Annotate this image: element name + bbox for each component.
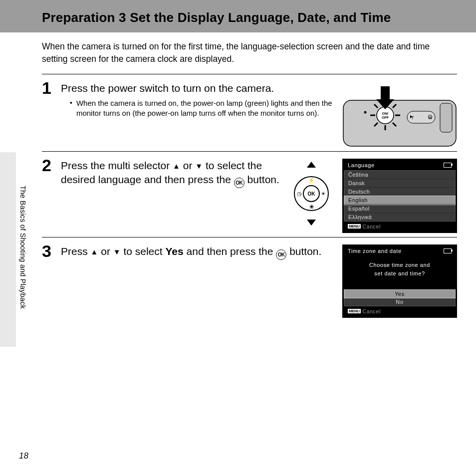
down-triangle-icon: ▼ [113,247,121,256]
step-2-title: Press the multi selector ▲ or ▼ to selec… [61,159,281,189]
step-2: 2 Press the multi selector ▲ or ▼ to sel… [42,157,457,233]
svg-point-17 [364,111,367,113]
step-1-bullet: When the camera is turned on, the power-… [76,98,336,119]
step-3: 3 Press ▲ or ▼ to select Yes and then pr… [42,242,457,318]
svg-text:☀: ☀ [321,191,326,197]
multi-selector-illustration: OK ⚡ ❀ ◷ ☀ [286,159,336,229]
cancel-label: Cancel [363,224,381,230]
menu-badge-icon: MENU [348,309,361,313]
svg-text:❀: ❀ [309,204,314,210]
lcd-title: Time zone and date [348,248,402,254]
language-screen: Language Čeština Dansk Deutsch English E… [342,159,457,233]
step-1: 1 Press the power switch to turn on the … [42,79,457,147]
yes-no-list: Yes No [344,289,456,306]
timezone-screen: Time zone and date Choose time zone and … [342,244,457,318]
battery-icon [444,248,452,253]
lang-option: Ελληνικά [344,213,455,221]
ok-button-icon: OK [276,249,286,260]
divider [42,151,457,152]
lang-option: Español [344,205,455,213]
lang-option: Dansk [344,179,455,188]
svg-rect-1 [440,103,452,132]
battery-icon [444,163,452,168]
divider [42,237,457,238]
lang-option-selected: English [344,196,455,205]
lcd-message: Choose time zone and set date and time? [343,256,457,289]
lang-option: Deutsch [344,188,455,196]
language-list: Čeština Dansk Deutsch English Español Ελ… [344,170,456,222]
svg-text:⚡: ⚡ [308,177,315,184]
svg-text:◷: ◷ [297,191,302,197]
step-number: 3 [42,242,54,259]
camera-top-illustration: T W ON/ OFF [342,81,457,147]
svg-text:OK: OK [308,191,316,197]
down-triangle-icon: ▼ [195,162,203,170]
svg-point-6 [377,107,394,124]
svg-text:ON/: ON/ [382,112,389,115]
step-3-title: Press ▲ or ▼ to select Yes and then pres… [61,244,336,260]
up-triangle-icon: ▲ [173,162,180,170]
svg-rect-16 [381,86,390,99]
title-bar: Preparation 3 Set the Display Language, … [0,0,476,32]
side-tab [0,152,16,347]
svg-text:OFF: OFF [382,116,389,119]
option-no: No [344,298,455,306]
page-title: Preparation 3 Set the Display Language, … [0,10,476,25]
up-triangle-icon: ▲ [91,247,98,256]
cancel-label: Cancel [363,308,381,314]
step-1-title: Press the power switch to turn on the ca… [61,81,336,95]
divider [42,74,457,74]
lang-option: Čeština [344,171,455,179]
lcd-title: Language [348,162,375,168]
menu-badge-icon: MENU [348,224,361,229]
intro-paragraph: When the camera is turned on for the fir… [0,32,476,71]
svg-rect-0 [343,100,456,146]
ok-button-icon: OK [234,178,244,188]
section-label: The Basics of Shooting and Playback [19,186,27,309]
step-number: 2 [42,157,54,174]
option-yes-selected: Yes [344,290,455,298]
bullet-icon: • [70,98,72,119]
page-number: 18 [19,451,28,461]
svg-text:T: T [411,115,414,120]
step-number: 1 [42,79,54,96]
